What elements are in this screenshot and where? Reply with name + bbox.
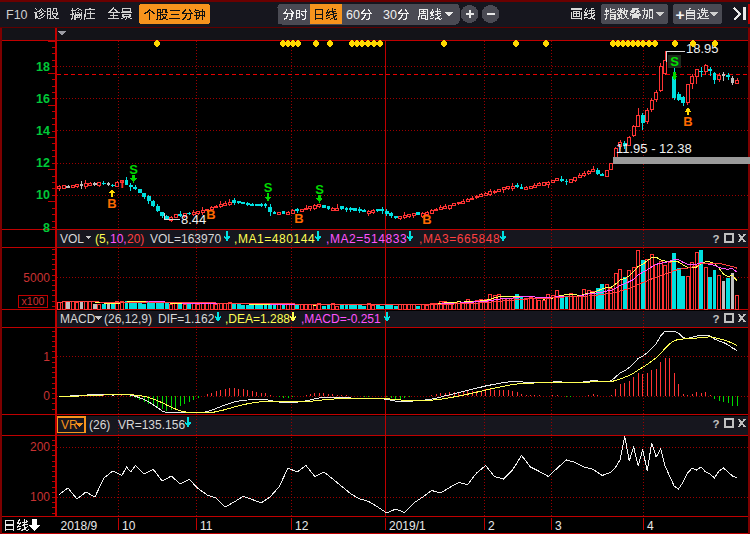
svg-text:2: 2 — [488, 519, 495, 533]
svg-text:1: 1 — [43, 350, 50, 364]
svg-text:VOL=163970: VOL=163970 — [150, 232, 221, 246]
svg-text:4: 4 — [647, 519, 654, 533]
svg-text:?: ? — [712, 418, 719, 430]
svg-text:I: I — [120, 178, 123, 190]
svg-text:(5,: (5, — [95, 232, 109, 246]
svg-text:VOL: VOL — [60, 232, 84, 246]
svg-text:,DEA=1.288: ,DEA=1.288 — [225, 312, 290, 326]
svg-text:11: 11 — [200, 519, 213, 533]
svg-text:B: B — [683, 114, 692, 129]
svg-text:S: S — [670, 54, 679, 69]
svg-text:MACD: MACD — [60, 312, 96, 326]
svg-text:20): 20) — [127, 232, 144, 246]
svg-text:8.44: 8.44 — [181, 212, 206, 227]
svg-text:,MA1=480144: ,MA1=480144 — [234, 232, 315, 246]
svg-text:F10: F10 — [6, 8, 28, 22]
svg-text:S: S — [264, 180, 273, 195]
svg-text:200: 200 — [30, 440, 50, 454]
svg-text:DIF=1.162: DIF=1.162 — [158, 312, 215, 326]
svg-text:VR: VR — [61, 418, 78, 432]
svg-text:B: B — [422, 212, 431, 227]
svg-text:2019/1: 2019/1 — [389, 519, 426, 533]
svg-text:8: 8 — [43, 221, 50, 235]
svg-text:10: 10 — [36, 188, 50, 202]
svg-text:2018/9: 2018/9 — [61, 519, 98, 533]
svg-text:,MA3=665848: ,MA3=665848 — [419, 232, 500, 246]
svg-text:,MACD=-0.251: ,MACD=-0.251 — [301, 312, 381, 326]
svg-text:0: 0 — [43, 389, 50, 403]
svg-text:12: 12 — [295, 519, 309, 533]
svg-text:10,: 10, — [110, 232, 127, 246]
svg-text:16: 16 — [36, 92, 50, 106]
svg-text:S: S — [129, 162, 138, 177]
svg-text:14: 14 — [36, 124, 50, 138]
svg-text:VR=135.156: VR=135.156 — [118, 418, 185, 432]
svg-text:11.95 - 12.38: 11.95 - 12.38 — [616, 141, 692, 156]
svg-text:,MA2=514833: ,MA2=514833 — [326, 232, 407, 246]
svg-text:?: ? — [712, 233, 719, 245]
svg-text:18: 18 — [36, 60, 50, 74]
svg-text:(26,12,9): (26,12,9) — [104, 312, 152, 326]
svg-text:5000: 5000 — [23, 271, 50, 285]
svg-text:30: 30 — [383, 8, 397, 22]
svg-text:B: B — [107, 196, 116, 211]
svg-text:+: + — [676, 6, 685, 23]
svg-text:3: 3 — [555, 519, 562, 533]
svg-text:12: 12 — [36, 156, 50, 170]
svg-text:B: B — [294, 211, 303, 226]
svg-text:S: S — [315, 182, 324, 197]
svg-text:100: 100 — [30, 490, 50, 504]
svg-text:x100: x100 — [22, 295, 45, 307]
svg-text:B: B — [206, 207, 215, 222]
svg-text:?: ? — [712, 313, 719, 325]
svg-text:10: 10 — [122, 519, 136, 533]
svg-text:60: 60 — [346, 8, 360, 22]
svg-text:(26): (26) — [89, 418, 110, 432]
